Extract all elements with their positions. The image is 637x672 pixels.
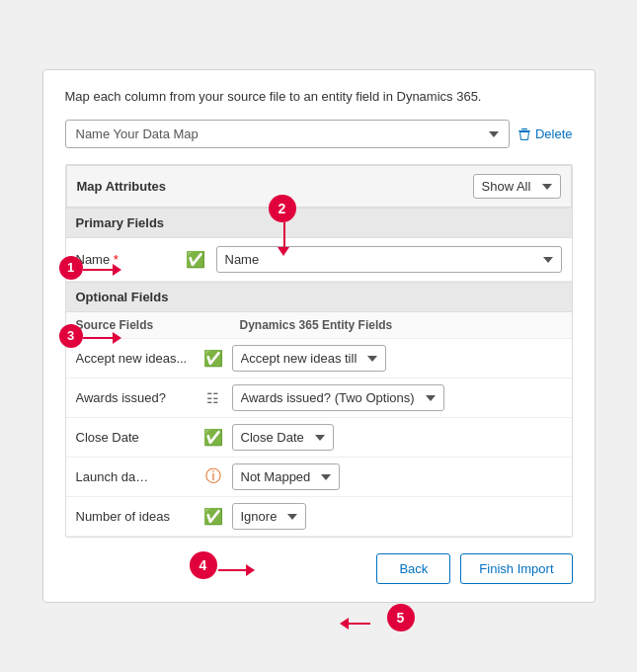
table-row: Awards issued? ☷ Awards issued? (Two Opt… <box>66 378 572 418</box>
annotation-badge-4: 4 <box>190 551 217 579</box>
annotation-badge-1: 1 <box>59 256 83 280</box>
annotation-arrowhead-2 <box>278 247 289 256</box>
annotation-arrow-3 <box>83 332 121 344</box>
map-attributes-row: Map Attributes Show All <box>66 165 572 208</box>
source-field-3: Close Date <box>76 430 195 445</box>
dynamics-field-5: Ignore <box>232 503 562 530</box>
footer-row: Back Finish Import <box>65 553 573 584</box>
name-check-icon: ✅ <box>183 250 208 269</box>
annotation-badge-5: 5 <box>387 604 415 631</box>
table-row: Launch da… ⓘ Not Mapped <box>66 458 572 497</box>
col-dynamics-label: Dynamics 365 Entity Fields <box>204 318 562 332</box>
finish-import-button[interactable]: Finish Import <box>460 553 572 584</box>
table-row: Number of ideas ✅ Ignore <box>66 497 572 537</box>
delete-button[interactable]: Delete <box>518 126 573 141</box>
show-all-select[interactable]: Show All <box>473 174 561 199</box>
annotation-arrow-1 <box>83 264 121 276</box>
instruction-text: Map each column from your source file to… <box>65 88 573 106</box>
table-row: Close Date ✅ Close Date <box>66 418 572 458</box>
column-headers: Source Fields Dynamics 365 Entity Fields <box>66 312 572 339</box>
dynamics-field-4: Not Mapped <box>232 463 562 490</box>
source-field-5: Number of ideas <box>76 509 195 524</box>
dynamics-select-2[interactable]: Awards issued? (Two Options) <box>232 384 444 411</box>
name-dynamics-select[interactable]: Name <box>216 246 562 273</box>
source-field-2: Awards issued? <box>76 390 195 405</box>
map-attributes-label: Map Attributes <box>77 179 167 194</box>
warning-icon-4: ⓘ <box>200 466 226 487</box>
check-icon-5: ✅ <box>200 507 226 526</box>
dynamics-select-1[interactable]: Accept new ideas till <box>232 345 386 372</box>
svg-rect-1 <box>521 128 527 129</box>
optional-fields-header: Optional Fields <box>66 282 572 312</box>
annotation-badge-3: 3 <box>59 324 83 348</box>
primary-fields-header: Primary Fields <box>66 208 572 238</box>
data-map-select[interactable]: Name Your Data Map <box>65 120 510 148</box>
col-source-label: Source Fields <box>76 318 204 332</box>
annotation-arrow-2 <box>283 222 285 250</box>
check-icon-3: ✅ <box>200 428 226 447</box>
annotation-arrow-5 <box>340 618 370 630</box>
dynamics-field-2: Awards issued? (Two Options) <box>232 384 562 411</box>
dynamics-select-3[interactable]: Close Date <box>232 424 334 451</box>
dynamics-field-1: Accept new ideas till <box>232 345 562 372</box>
back-button[interactable]: Back <box>376 553 450 584</box>
data-map-row: Name Your Data Map Delete <box>65 120 573 148</box>
dynamics-select-4[interactable]: Not Mapped <box>232 463 340 490</box>
dynamics-field-3: Close Date <box>232 424 562 451</box>
check-icon-1: ✅ <box>200 349 226 368</box>
annotation-arrow-4 <box>218 564 255 576</box>
annotation-badge-2: 2 <box>269 195 296 222</box>
doc-icon-2: ☷ <box>200 390 226 406</box>
mapping-table: Map Attributes Show All Primary Fields N… <box>65 164 573 538</box>
source-field-1: Accept new ideas... <box>76 351 195 366</box>
delete-icon <box>518 127 531 141</box>
name-row: Name * ✅ Name <box>66 238 572 282</box>
source-field-4: Launch da… <box>76 469 195 484</box>
table-row: Accept new ideas... ✅ Accept new ideas t… <box>66 339 572 378</box>
dynamics-select-5[interactable]: Ignore <box>232 503 306 530</box>
